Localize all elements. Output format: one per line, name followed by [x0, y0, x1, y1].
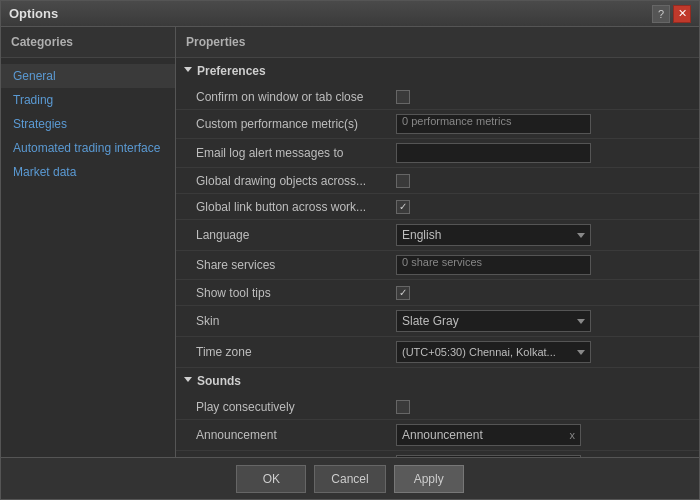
prop-value-confirm-close	[396, 90, 691, 104]
prop-value-performance: 0 performance metrics	[396, 114, 691, 134]
cancel-button[interactable]: Cancel	[314, 465, 385, 493]
prop-row-timezone: Time zone (UTC+05:30) Chennai, Kolkat...	[176, 337, 699, 368]
sounds-section-label: Sounds	[197, 374, 241, 388]
prop-row-email: Email log alert messages to	[176, 139, 699, 168]
dropdown-timezone[interactable]: (UTC+05:30) Chennai, Kolkat...	[396, 341, 591, 363]
preferences-section-label: Preferences	[197, 64, 266, 78]
dropdown-skin-arrow-icon	[577, 319, 585, 324]
bottom-bar: OK Cancel Apply	[1, 457, 699, 499]
sounds-triangle-icon	[184, 377, 192, 386]
prop-row-confirm-close: Confirm on window or tab close	[176, 84, 699, 110]
prop-row-performance: Custom performance metric(s) 0 performan…	[176, 110, 699, 139]
prop-label-global-drawing: Global drawing objects across...	[196, 174, 396, 188]
announcement-clear-icon[interactable]: x	[570, 429, 576, 441]
dropdown-language-arrow-icon	[577, 233, 585, 238]
prop-label-performance: Custom performance metric(s)	[196, 117, 396, 131]
categories-header: Categories	[1, 27, 175, 58]
checkbox-tooltips[interactable]	[396, 286, 410, 300]
prop-row-tooltips: Show tool tips	[176, 280, 699, 306]
category-list: General Trading Strategies Automated tra…	[1, 58, 175, 190]
window-title: Options	[9, 6, 58, 21]
prop-value-share-services: 0 share services	[396, 255, 691, 275]
title-bar-right: ? ✕	[652, 5, 691, 23]
checkbox-play-consecutive[interactable]	[396, 400, 410, 414]
title-bar: Options ? ✕	[1, 1, 699, 27]
options-window: Options ? ✕ Categories General Trading S…	[0, 0, 700, 500]
prop-label-confirm-close: Confirm on window or tab close	[196, 90, 396, 104]
help-button[interactable]: ?	[652, 5, 670, 23]
checkbox-global-drawing[interactable]	[396, 174, 410, 188]
prop-label-share-services: Share services	[196, 258, 396, 272]
preferences-triangle-icon	[184, 67, 192, 76]
dropdown-skin[interactable]: Slate Gray	[396, 310, 591, 332]
prop-row-skin: Skin Slate Gray	[176, 306, 699, 337]
category-item-automated[interactable]: Automated trading interface	[1, 136, 175, 160]
ok-button[interactable]: OK	[236, 465, 306, 493]
prop-label-global-link: Global link button across work...	[196, 200, 396, 214]
prop-row-share-services: Share services 0 share services	[176, 251, 699, 280]
category-item-general[interactable]: General	[1, 64, 175, 88]
apply-button[interactable]: Apply	[394, 465, 464, 493]
close-button[interactable]: ✕	[673, 5, 691, 23]
dropdown-timezone-arrow-icon	[577, 350, 585, 355]
prop-label-email: Email log alert messages to	[196, 146, 396, 160]
prop-value-language: English	[396, 224, 691, 246]
main-content: Categories General Trading Strategies Au…	[1, 27, 699, 457]
prop-label-play-consecutive: Play consecutively	[196, 400, 396, 414]
input-share-services[interactable]: 0 share services	[396, 255, 591, 275]
category-item-trading[interactable]: Trading	[1, 88, 175, 112]
prop-value-global-drawing	[396, 174, 691, 188]
prop-value-play-consecutive	[396, 400, 691, 414]
prop-value-tooltips	[396, 286, 691, 300]
preferences-section-header[interactable]: Preferences	[176, 58, 699, 84]
title-bar-left: Options	[9, 6, 58, 21]
input-announcement[interactable]: Announcement x	[396, 424, 581, 446]
prop-label-timezone: Time zone	[196, 345, 396, 359]
prop-row-global-drawing: Global drawing objects across...	[176, 168, 699, 194]
prop-value-skin: Slate Gray	[396, 310, 691, 332]
checkbox-global-link[interactable]	[396, 200, 410, 214]
category-item-strategies[interactable]: Strategies	[1, 112, 175, 136]
properties-header: Properties	[176, 27, 699, 58]
prop-row-play-consecutive: Play consecutively	[176, 394, 699, 420]
checkbox-confirm-close[interactable]	[396, 90, 410, 104]
prop-row-announcement: Announcement Announcement x	[176, 420, 699, 451]
prop-value-global-link	[396, 200, 691, 214]
categories-panel: Categories General Trading Strategies Au…	[1, 27, 176, 457]
input-email[interactable]	[396, 143, 591, 163]
prop-label-skin: Skin	[196, 314, 396, 328]
prop-label-tooltips: Show tool tips	[196, 286, 396, 300]
prop-value-announcement: Announcement x	[396, 424, 691, 446]
sounds-section-header[interactable]: Sounds	[176, 368, 699, 394]
properties-scroll[interactable]: Preferences Confirm on window or tab clo…	[176, 58, 699, 457]
category-item-market-data[interactable]: Market data	[1, 160, 175, 184]
prop-label-announcement: Announcement	[196, 428, 396, 442]
prop-value-email	[396, 143, 691, 163]
input-performance[interactable]: 0 performance metrics	[396, 114, 591, 134]
prop-row-global-link: Global link button across work...	[176, 194, 699, 220]
prop-row-language: Language English	[176, 220, 699, 251]
properties-panel: Properties Preferences Confirm on window…	[176, 27, 699, 457]
prop-label-language: Language	[196, 228, 396, 242]
prop-value-timezone: (UTC+05:30) Chennai, Kolkat...	[396, 341, 691, 363]
dropdown-language[interactable]: English	[396, 224, 591, 246]
